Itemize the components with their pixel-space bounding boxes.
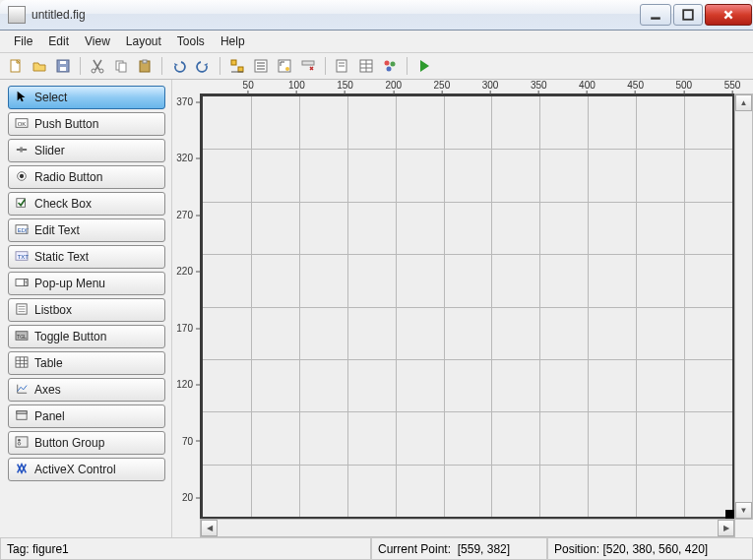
palette-table[interactable]: Table <box>8 351 165 375</box>
palette-activex-control[interactable]: ActiveX Control <box>8 458 165 481</box>
palette-toggle-button[interactable]: TGLToggle Button <box>8 325 165 348</box>
palette-slider[interactable]: Slider <box>8 139 165 162</box>
run-button[interactable] <box>414 56 434 76</box>
toolbar-editor-button[interactable] <box>298 56 318 76</box>
status-tag-value: figure1 <box>32 542 69 556</box>
scroll-right-icon[interactable]: ▶ <box>718 520 734 536</box>
scroll-up-icon[interactable]: ▲ <box>735 94 752 111</box>
svg-text:TGL: TGL <box>17 333 27 339</box>
static-text-icon: TXT <box>15 250 29 265</box>
status-position: Position: [520, 380, 560, 420] <box>547 538 753 560</box>
scroll-left-icon[interactable]: ◀ <box>201 520 218 536</box>
cut-button[interactable] <box>88 56 107 76</box>
palette-item-label: Check Box <box>34 197 92 211</box>
menu-edit[interactable]: Edit <box>40 32 77 50</box>
ok-box-icon: OK <box>15 117 29 132</box>
property-inspector-button[interactable] <box>356 56 376 76</box>
save-button[interactable] <box>53 56 73 76</box>
vertical-scrollbar[interactable]: ▲ ▼ <box>734 93 753 520</box>
menu-help[interactable]: Help <box>213 32 253 50</box>
svg-rect-1 <box>683 10 693 20</box>
separator <box>325 57 326 75</box>
scroll-track[interactable] <box>218 520 718 536</box>
design-grid[interactable] <box>200 93 735 520</box>
svg-point-9 <box>99 69 103 73</box>
palette-edit-text[interactable]: ED|TEdit Text <box>8 218 165 242</box>
gridline-horizontal <box>203 411 732 412</box>
palette-item-label: ActiveX Control <box>34 463 116 476</box>
svg-rect-13 <box>143 60 147 63</box>
copy-button[interactable] <box>111 56 131 76</box>
palette-button-group[interactable]: Button Group <box>8 431 165 455</box>
align-objects-button[interactable] <box>227 56 247 76</box>
separator <box>80 57 81 75</box>
toolbar <box>0 53 753 80</box>
svg-rect-7 <box>60 61 66 64</box>
ruler-x-tick: 200 <box>385 80 402 93</box>
svg-rect-23 <box>302 61 314 65</box>
palette-item-label: Axes <box>34 383 61 397</box>
ruler-y-tick: 220 <box>172 266 200 277</box>
cursor-icon <box>15 90 29 106</box>
paste-button[interactable] <box>135 56 155 76</box>
menu-editor-button[interactable] <box>251 56 271 76</box>
menu-layout[interactable]: Layout <box>118 32 169 50</box>
object-browser-button[interactable] <box>380 56 400 76</box>
menu-view[interactable]: View <box>77 32 118 50</box>
palette-radio-button[interactable]: Radio Button <box>8 165 165 189</box>
palette-check-box[interactable]: Check Box <box>8 192 165 216</box>
ruler-y-tick: 120 <box>172 379 200 390</box>
ruler-x-tick: 300 <box>482 80 499 93</box>
status-pos-label: Position: <box>554 542 599 556</box>
svg-rect-62 <box>16 436 28 446</box>
menu-tools[interactable]: Tools <box>169 32 213 50</box>
status-pos-value: [520, 380, 560, 420] <box>602 542 708 556</box>
btn-group-icon <box>15 436 29 451</box>
palette-select[interactable]: Select <box>8 86 165 109</box>
horizontal-scrollbar[interactable]: ◀ ▶ <box>200 519 735 537</box>
ruler-y-tick: 70 <box>172 435 200 446</box>
ruler-y-label: 170 <box>176 322 193 333</box>
svg-text:TXT: TXT <box>18 253 29 259</box>
editor-button[interactable] <box>333 56 352 76</box>
maximize-button[interactable] <box>673 4 703 26</box>
palette-panel[interactable]: Panel <box>8 404 165 428</box>
ruler-x-label: 250 <box>434 80 451 91</box>
separator <box>161 57 162 75</box>
palette-static-text[interactable]: TXTStatic Text <box>8 245 165 269</box>
palette-item-label: Panel <box>34 409 65 423</box>
table-icon <box>15 356 29 371</box>
ruler-y-label: 320 <box>176 153 193 163</box>
menu-file[interactable]: File <box>6 32 40 50</box>
undo-button[interactable] <box>169 56 189 76</box>
svg-rect-14 <box>231 60 236 65</box>
ruler-x-tick: 500 <box>675 80 692 93</box>
palette-item-label: Static Text <box>34 250 89 264</box>
new-button[interactable] <box>6 56 26 76</box>
minimize-button[interactable] <box>640 4 671 26</box>
tab-order-editor-button[interactable] <box>275 56 294 76</box>
svg-point-32 <box>391 62 396 67</box>
slider-icon <box>15 144 29 158</box>
scroll-track[interactable] <box>735 111 752 502</box>
ruler-y-label: 220 <box>176 266 193 277</box>
open-button[interactable] <box>30 56 49 76</box>
svg-text:OK: OK <box>18 120 27 126</box>
palette-listbox[interactable]: Listbox <box>8 298 165 322</box>
panel-icon <box>15 409 29 424</box>
palette-axes[interactable]: Axes <box>8 378 165 402</box>
svg-rect-61 <box>17 410 27 413</box>
redo-button[interactable] <box>193 56 213 76</box>
svg-rect-15 <box>238 67 243 72</box>
close-button[interactable] <box>705 4 752 26</box>
toggle-icon: TGL <box>15 330 29 344</box>
edit-text-icon: ED|T <box>15 223 29 238</box>
palette-item-label: Push Button <box>34 117 98 131</box>
ruler-x-label: 550 <box>724 80 741 91</box>
palette-push-button[interactable]: OKPush Button <box>8 112 165 136</box>
palette-pop-up-menu[interactable]: Pop-up Menu <box>8 272 165 295</box>
status-cp-label: Current Point: <box>378 542 451 556</box>
listbox-icon <box>15 303 29 318</box>
scroll-down-icon[interactable]: ▼ <box>735 502 752 519</box>
ruler-x-label: 300 <box>482 80 499 91</box>
